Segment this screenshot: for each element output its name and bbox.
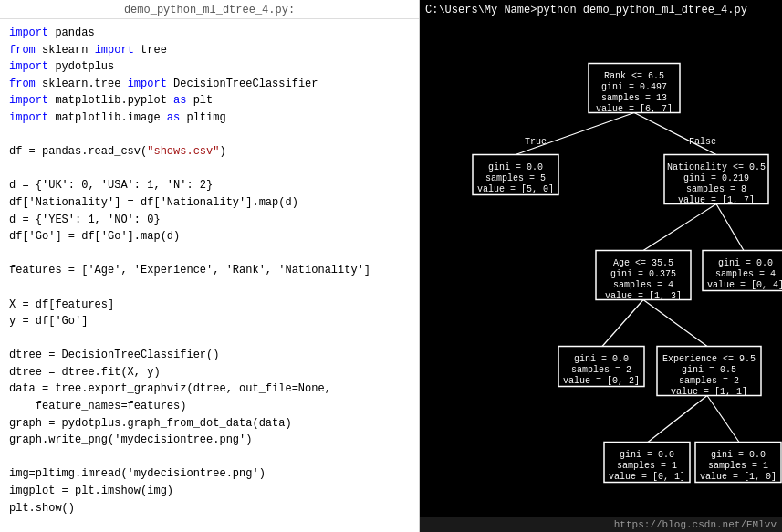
tree-svg: True False Rank <= 6.5 gini = 0.497 samp…: [420, 20, 782, 517]
tree-area: True False Rank <= 6.5 gini = 0.497 samp…: [420, 20, 782, 517]
svg-line-2: [643, 204, 716, 251]
svg-text:value = [0, 1]: value = [0, 1]: [609, 472, 685, 482]
svg-text:Age <= 35.5: Age <= 35.5: [613, 258, 673, 268]
left-header: demo_python_ml_dtree_4.py:: [0, 0, 419, 19]
svg-text:Experience <= 9.5: Experience <= 9.5: [662, 354, 756, 364]
svg-text:value = [6, 7]: value = [6, 7]: [596, 104, 673, 114]
right-header: C:\Users\My Name>python demo_python_ml_d…: [420, 0, 782, 20]
svg-text:value = [1, 1]: value = [1, 1]: [671, 387, 747, 397]
svg-text:gini = 0.219: gini = 0.219: [683, 173, 749, 183]
svg-text:samples = 1: samples = 1: [617, 461, 677, 471]
svg-line-3: [716, 204, 744, 251]
svg-line-4: [602, 300, 643, 347]
svg-text:gini = 0.0: gini = 0.0: [718, 258, 773, 268]
code-area: import pandas from sklearn import tree i…: [0, 19, 419, 532]
svg-line-5: [643, 300, 707, 347]
svg-text:value = [0, 2]: value = [0, 2]: [563, 376, 640, 386]
svg-text:value = [1, 0]: value = [1, 0]: [700, 472, 777, 482]
svg-text:gini = 0.375: gini = 0.375: [610, 269, 676, 279]
svg-text:value = [0, 4]: value = [0, 4]: [707, 280, 782, 290]
svg-text:Nationality <= 0.5: Nationality <= 0.5: [667, 162, 766, 172]
left-panel: demo_python_ml_dtree_4.py: import pandas…: [0, 0, 420, 532]
true-label: True: [525, 137, 547, 147]
svg-text:gini = 0.5: gini = 0.5: [682, 365, 736, 375]
svg-text:samples = 2: samples = 2: [571, 365, 631, 375]
svg-text:gini = 0.0: gini = 0.0: [574, 354, 629, 364]
svg-text:value = [1, 3]: value = [1, 3]: [605, 291, 682, 301]
false-label: False: [689, 137, 716, 147]
svg-text:gini = 0.0: gini = 0.0: [488, 162, 543, 172]
svg-text:samples = 5: samples = 5: [485, 173, 546, 183]
svg-line-1: [634, 113, 716, 155]
svg-line-0: [516, 113, 634, 155]
svg-text:Rank <= 6.5: Rank <= 6.5: [604, 71, 664, 81]
bottom-bar: https://blog.csdn.net/EMlvv: [420, 517, 782, 532]
svg-text:value = [5, 0]: value = [5, 0]: [477, 184, 554, 194]
svg-text:gini = 0.0: gini = 0.0: [711, 450, 766, 460]
svg-text:samples = 1: samples = 1: [708, 461, 768, 471]
svg-line-7: [707, 396, 739, 443]
svg-text:samples = 2: samples = 2: [679, 376, 739, 386]
svg-text:samples = 8: samples = 8: [686, 184, 746, 194]
svg-text:samples = 13: samples = 13: [601, 93, 667, 103]
svg-text:gini = 0.0: gini = 0.0: [620, 450, 674, 460]
right-panel: C:\Users\My Name>python demo_python_ml_d…: [420, 0, 782, 532]
svg-text:value = [1, 7]: value = [1, 7]: [678, 195, 755, 205]
svg-text:samples = 4: samples = 4: [715, 269, 776, 279]
svg-text:samples = 4: samples = 4: [613, 280, 673, 290]
svg-line-6: [648, 396, 707, 443]
svg-text:gini = 0.497: gini = 0.497: [601, 82, 667, 92]
